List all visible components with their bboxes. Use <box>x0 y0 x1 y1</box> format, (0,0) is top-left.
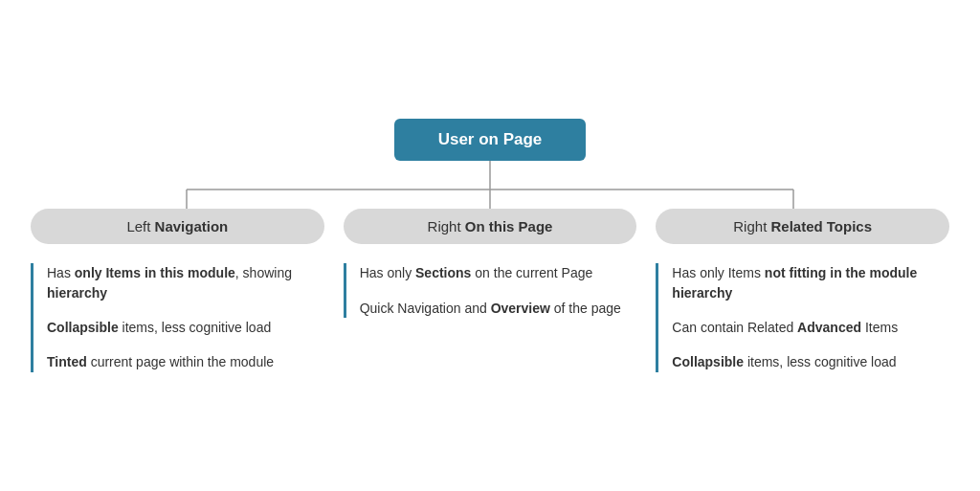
column-header-bold-left: Navigation <box>155 218 229 234</box>
column-body-left: Has only Items in this module, showing h… <box>31 263 324 371</box>
root-node: User on Page <box>394 119 586 161</box>
bullet-right-2: Can contain Related Advanced Items <box>672 318 949 337</box>
bullet-center-1: Has only Sections on the current Page <box>360 263 637 282</box>
root-label: User on Page <box>438 130 543 148</box>
column-header-left: Left Navigation <box>31 209 324 244</box>
bullet-left-2: Collapsible items, less cognitive load <box>47 318 324 337</box>
column-header-right: Right Related Topics <box>656 209 949 244</box>
column-left-navigation: Left Navigation Has only Items in this m… <box>31 209 324 371</box>
column-header-prefix-center: Right <box>428 218 465 234</box>
bullet-right-3: Collapsible items, less cognitive load <box>672 352 949 371</box>
bullet-left-1: Has only Items in this module, showing h… <box>47 263 324 302</box>
column-header-bold-center: On this Page <box>465 218 553 234</box>
bullet-right-1: Has only Items not fitting in the module… <box>672 263 949 302</box>
bullet-left-3: Tinted current page within the module <box>47 352 324 371</box>
connector-lines <box>31 161 949 209</box>
columns-container: Left Navigation Has only Items in this m… <box>31 209 949 371</box>
column-header-bold-right: Related Topics <box>770 218 872 234</box>
column-right-related-topics: Right Related Topics Has only Items not … <box>656 209 949 371</box>
column-header-prefix-right: Right <box>733 218 770 234</box>
column-body-center: Has only Sections on the current Page Qu… <box>344 263 637 318</box>
column-header-prefix-left: Left <box>126 218 154 234</box>
diagram: User on Page Left Navigation Has only It… <box>31 119 949 371</box>
bullet-center-2: Quick Navigation and Overview of the pag… <box>360 299 637 318</box>
column-body-right: Has only Items not fitting in the module… <box>656 263 949 371</box>
column-right-on-this-page: Right On this Page Has only Sections on … <box>344 209 637 318</box>
column-header-center: Right On this Page <box>344 209 637 244</box>
